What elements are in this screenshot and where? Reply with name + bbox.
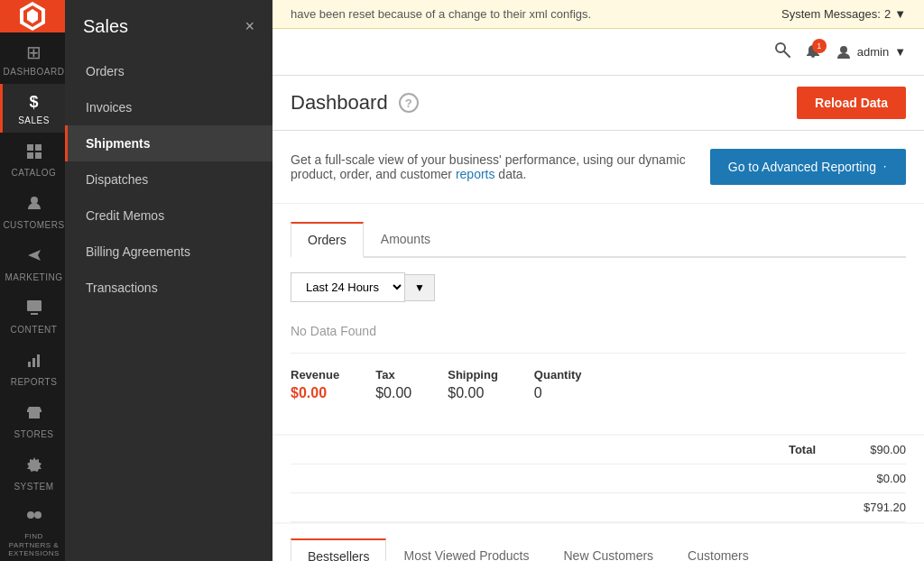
- svg-point-15: [840, 46, 847, 53]
- system-messages-button[interactable]: System Messages: 2 ▼: [781, 7, 906, 21]
- stat-revenue-value: $0.00: [291, 385, 339, 401]
- stat-shipping: Shipping $0.00: [448, 368, 498, 401]
- sidebar-item-customers[interactable]: CUSTOMERS: [0, 185, 65, 237]
- sidebar-item-system[interactable]: SYSTEM: [0, 446, 65, 499]
- stats-row: Revenue $0.00 Tax $0.00 Shipping $0.00 Q…: [291, 353, 906, 416]
- sidebar-label-stores: STORES: [14, 429, 54, 439]
- page-title-row: Dashboard ?: [291, 91, 419, 115]
- svg-point-4: [31, 197, 38, 204]
- external-link-icon: ⬝: [882, 161, 888, 173]
- total-value-2: $0.00: [834, 472, 906, 485]
- svg-rect-2: [27, 152, 33, 159]
- reporting-banner: Get a full-scale view of your business' …: [273, 131, 924, 204]
- sidebar-item-catalog[interactable]: CATALOG: [0, 133, 65, 185]
- sidebar-item-content[interactable]: CONTENT: [0, 290, 65, 342]
- logo[interactable]: [0, 0, 65, 32]
- stat-tax: Tax $0.00: [375, 368, 411, 401]
- tab-customers[interactable]: Customers: [670, 538, 766, 561]
- app-container: ⊞ DASHBOARD $ SALES CATALOG CUSTOMERS MA…: [0, 0, 924, 561]
- sidebar-label-marketing: MARKETING: [5, 272, 63, 282]
- system-messages-count: 2: [884, 7, 891, 21]
- dropdown-arrow-button[interactable]: ▼: [405, 274, 435, 301]
- tab-amounts[interactable]: Amounts: [364, 222, 448, 258]
- notification-bar: have been reset because of a change to t…: [273, 0, 924, 29]
- sidebar-label-system: SYSTEM: [14, 482, 53, 492]
- partners-icon: [25, 506, 43, 529]
- admin-user-menu[interactable]: admin ▼: [836, 44, 906, 60]
- admin-chevron-icon: ▼: [894, 45, 906, 59]
- notification-text: have been reset because of a change to t…: [291, 7, 781, 21]
- page-header: Dashboard ? Reload Data: [273, 76, 924, 131]
- tab-orders[interactable]: Orders: [291, 222, 364, 258]
- flyout-nav-shipments[interactable]: Shipments: [65, 125, 273, 161]
- bottom-tabs-section: Bestsellers Most Viewed Products New Cus…: [273, 524, 924, 561]
- sidebar-label-customers: CUSTOMERS: [3, 220, 64, 230]
- total-row-3: $791.20: [291, 493, 906, 522]
- sidebar-item-reports[interactable]: REPORTS: [0, 342, 65, 394]
- flyout-nav-invoices[interactable]: Invoices: [65, 89, 273, 125]
- tab-most-viewed[interactable]: Most Viewed Products: [386, 538, 546, 561]
- sidebar: ⊞ DASHBOARD $ SALES CATALOG CUSTOMERS MA…: [0, 0, 65, 561]
- reload-data-button[interactable]: Reload Data: [797, 87, 906, 119]
- sidebar-item-sales[interactable]: $ SALES: [0, 84, 65, 133]
- sales-icon: $: [29, 93, 38, 112]
- flyout-nav-transactions[interactable]: Transactions: [65, 270, 273, 306]
- tab-new-customers[interactable]: New Customers: [547, 538, 671, 561]
- sidebar-label-reports: REPORTS: [11, 377, 58, 387]
- catalog-icon: [25, 142, 43, 164]
- time-filter-dropdown: Last 24 Hours Last 7 Days Last 30 Days L…: [291, 272, 906, 302]
- advanced-reporting-button-label: Go to Advanced Reporting: [728, 160, 876, 174]
- svg-rect-3: [35, 152, 42, 159]
- flyout-close-button[interactable]: ×: [245, 17, 254, 36]
- flyout-nav-credit-memos[interactable]: Credit Memos: [65, 198, 273, 234]
- admin-username: admin: [857, 45, 889, 59]
- sidebar-item-partners[interactable]: FIND PARTNERS & EXTENSIONS: [0, 499, 65, 561]
- flyout-nav: Orders Invoices Shipments Dispatches Cre…: [65, 53, 273, 306]
- svg-rect-0: [27, 144, 33, 151]
- svg-rect-1: [35, 144, 42, 151]
- content-icon: [25, 299, 43, 321]
- svg-line-14: [784, 51, 790, 57]
- sidebar-item-marketing[interactable]: MARKETING: [0, 237, 65, 290]
- totals-section: Total $90.00 $0.00 $791.20: [273, 436, 924, 522]
- flyout-nav-orders[interactable]: Orders: [65, 53, 273, 89]
- reporting-text: Get a full-scale view of your business' …: [291, 152, 710, 181]
- help-icon-button[interactable]: ?: [399, 93, 419, 113]
- total-row-2: $0.00: [291, 464, 906, 493]
- sidebar-label-partners: FIND PARTNERS & EXTENSIONS: [6, 532, 61, 558]
- dashboard-icon: ⊞: [26, 41, 42, 63]
- no-data-message: No Data Found: [291, 317, 906, 353]
- stat-tax-value: $0.00: [375, 385, 411, 401]
- bell-badge: 1: [812, 39, 827, 53]
- sidebar-label-catalog: CATALOG: [12, 168, 57, 178]
- sidebar-label-content: CONTENT: [11, 325, 58, 335]
- reports-icon: [25, 351, 43, 373]
- system-icon: [25, 455, 43, 478]
- svg-rect-7: [28, 362, 31, 367]
- time-filter-select[interactable]: Last 24 Hours Last 7 Days Last 30 Days L…: [291, 272, 405, 302]
- stat-revenue: Revenue $0.00: [291, 368, 339, 401]
- flyout-title: Sales: [83, 16, 128, 37]
- chevron-down-icon: ▼: [894, 7, 906, 21]
- flyout-menu: Sales × Orders Invoices Shipments Dispat…: [65, 0, 273, 561]
- flyout-nav-dispatches[interactable]: Dispatches: [65, 161, 273, 198]
- stat-revenue-label: Revenue: [291, 368, 339, 382]
- stat-quantity: Quantity 0: [534, 368, 582, 401]
- flyout-header: Sales ×: [65, 0, 273, 53]
- content-area: Dashboard ? Reload Data Get a full-scale…: [273, 76, 924, 561]
- system-messages-label: System Messages:: [781, 7, 881, 21]
- advanced-reporting-button[interactable]: Go to Advanced Reporting ⬝: [710, 149, 906, 185]
- header-bar: 1 admin ▼: [273, 29, 924, 76]
- sidebar-item-stores[interactable]: STORES: [0, 394, 65, 446]
- sidebar-label-dashboard: DASHBOARD: [4, 67, 65, 77]
- tab-bestsellers[interactable]: Bestsellers: [291, 538, 386, 561]
- total-value-1: $90.00: [834, 443, 906, 456]
- stat-quantity-value: 0: [534, 385, 582, 401]
- reporting-text-link[interactable]: reports: [456, 167, 495, 181]
- svg-rect-9: [37, 354, 40, 367]
- sidebar-item-dashboard[interactable]: ⊞ DASHBOARD: [0, 32, 65, 84]
- notification-bell-button[interactable]: 1: [805, 44, 821, 60]
- search-button[interactable]: [774, 41, 790, 62]
- stat-quantity-label: Quantity: [534, 368, 582, 382]
- flyout-nav-billing-agreements[interactable]: Billing Agreements: [65, 234, 273, 270]
